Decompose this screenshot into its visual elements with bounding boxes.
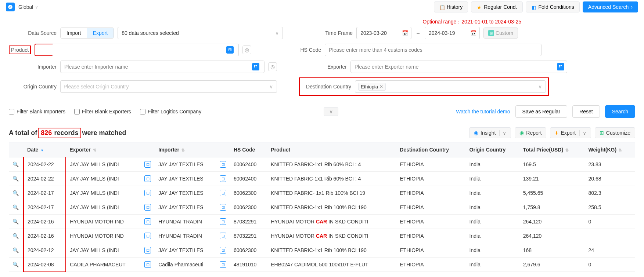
search-button[interactable]: Search [605, 105, 635, 118]
row-detail-icon[interactable]: 🔍 [12, 262, 19, 267]
product-text: EHB0247 CADIMOL 500 100x10T E-FLUT [271, 262, 368, 267]
origin-select[interactable]: Please select Origin Country ∨ [60, 80, 277, 93]
export-tab[interactable]: Export [87, 28, 114, 38]
history-button[interactable]: History [434, 1, 468, 12]
chevron-down-icon: ∨ [275, 30, 279, 36]
cell-date: 2024-02-16 [24, 229, 66, 243]
col-date[interactable]: Date [24, 142, 66, 157]
cell-exporter: HYUNDAI MOTOR IND⊡ [66, 215, 155, 229]
tag-close-icon[interactable]: ✕ [379, 84, 383, 89]
report-button[interactable]: Report [515, 127, 546, 138]
data-sources-select[interactable]: 80 data sources selected ∨ [118, 27, 283, 39]
dest-tag-label: Ethiopia [361, 84, 378, 90]
save-regular-button[interactable]: Save as Regular [515, 105, 568, 118]
cell-product: HYUNDAI MOTOR CAR IN SKD CONDITI [267, 229, 396, 243]
cell-dest: ETHIOPIA [396, 200, 465, 215]
company-icon[interactable]: ⊡ [220, 175, 226, 182]
cell-hscode: 87032291 [230, 215, 267, 229]
cell-dest: ETHIOPIA [396, 258, 465, 272]
search-form: Optional range：2021-01-01 to 2024-03-25 … [0, 14, 644, 103]
import-tab[interactable]: Import [61, 28, 87, 38]
advanced-search-button[interactable]: Advanced Search › [583, 1, 638, 12]
checkbox[interactable] [140, 109, 145, 114]
reset-button[interactable]: Reset [572, 105, 600, 118]
row-detail-icon[interactable]: 🔍 [12, 247, 19, 253]
regular-cond-button[interactable]: Regular Cond. [471, 1, 522, 12]
row-detail-icon[interactable]: 🔍 [12, 176, 19, 182]
custom-date-button[interactable]: ⊞Custom [483, 28, 518, 39]
tutorial-link[interactable]: Watch the tutorial demo [456, 109, 510, 114]
expand-button[interactable]: ∨ [324, 107, 338, 116]
exporter-label: Exporter [299, 64, 347, 70]
chevron-down-icon: ∨ [538, 84, 542, 90]
lens-icon[interactable]: ◎ [268, 62, 277, 71]
col-importer[interactable]: Importer [155, 142, 230, 157]
table-row: 🔍 2024-02-16 HYUNDAI MOTOR IND⊡ HYUNDAI … [9, 215, 635, 229]
company-icon[interactable]: ⊡ [220, 218, 226, 225]
checkbox[interactable] [9, 109, 14, 114]
company-icon[interactable]: ⊡ [144, 247, 151, 254]
lens-icon[interactable]: ◎ [242, 45, 251, 54]
form-row-2: Product ◎ HS Code [9, 44, 635, 56]
col-price[interactable]: Total Price(USD) [519, 142, 585, 157]
row-detail-icon[interactable]: 🔍 [12, 204, 19, 210]
chevron-down-icon[interactable]: ∨ [499, 130, 506, 136]
filter-blank-importers-check[interactable]: Filter Blank Importers [9, 109, 65, 114]
company-icon[interactable]: ⊡ [144, 161, 151, 168]
results-table-wrap: Date Exporter Importer HS Code Product D… [0, 142, 644, 277]
chevron-right-icon: › [631, 4, 633, 10]
cell-weight: 20.68 [584, 172, 635, 186]
product-input[interactable] [35, 44, 54, 56]
cell-origin: India [466, 243, 519, 258]
importer-input[interactable] [60, 61, 265, 73]
row-detail-icon[interactable]: 🔍 [12, 233, 19, 239]
export-icon [555, 130, 558, 136]
product-input-ext[interactable] [52, 44, 239, 56]
company-icon[interactable]: ⊡ [144, 190, 151, 196]
company-icon[interactable]: ⊡ [220, 190, 226, 196]
date-to-input[interactable]: 2024-03-19📅 [425, 27, 480, 39]
region-selector[interactable]: Global ∨ [18, 4, 38, 10]
customize-icon [600, 130, 604, 136]
company-icon[interactable]: ⊡ [220, 261, 226, 268]
check-label: Filter Logitics Company [148, 109, 201, 114]
company-icon[interactable]: ⊡ [144, 261, 151, 268]
translate-icon[interactable] [226, 46, 234, 54]
cell-price: 139.21 [519, 172, 585, 186]
exporter-input[interactable] [350, 61, 567, 73]
customize-button[interactable]: Customize [595, 127, 635, 138]
date-to-value: 2024-03-19 [429, 30, 455, 36]
col-exporter[interactable]: Exporter [66, 142, 155, 157]
row-detail-icon[interactable]: 🔍 [12, 161, 19, 167]
action-row: Filter Blank Importers Filter Blank Expo… [0, 103, 644, 124]
company-icon[interactable]: ⊡ [220, 161, 226, 168]
date-dash: – [415, 30, 421, 36]
cell-origin: India [466, 215, 519, 229]
export-button[interactable]: Export∨ [550, 127, 591, 138]
dest-select[interactable]: Ethiopia✕ ∨ [355, 80, 546, 93]
company-icon[interactable]: ⊡ [220, 233, 226, 239]
company-icon[interactable]: ⊡ [144, 218, 151, 225]
checkbox[interactable] [74, 109, 80, 114]
total-prefix: A total of [9, 129, 37, 137]
date-from-value: 2023-03-20 [360, 30, 387, 36]
col-weight[interactable]: Weight(KG) [584, 142, 635, 157]
company-icon[interactable]: ⊡ [220, 204, 226, 211]
company-icon[interactable]: ⊡ [144, 175, 151, 182]
company-icon[interactable]: ⊡ [220, 247, 226, 254]
origin-placeholder: Please select Origin Country [64, 84, 129, 90]
chevron-down-icon[interactable]: ∨ [579, 130, 586, 136]
filter-logistics-check[interactable]: Filter Logitics Company [140, 109, 201, 114]
translate-icon[interactable] [252, 63, 259, 70]
fold-conditions-button[interactable]: Fold Conditions [526, 1, 580, 12]
company-icon[interactable]: ⊡ [144, 204, 151, 211]
row-detail-icon[interactable]: 🔍 [12, 219, 19, 225]
hscode-input[interactable] [325, 44, 542, 56]
check-label: Filter Blank Importers [17, 109, 65, 114]
insight-button[interactable]: Insight∨ [469, 127, 511, 138]
filter-blank-exporters-check[interactable]: Filter Blank Exporters [74, 109, 131, 114]
company-icon[interactable]: ⊡ [144, 233, 151, 239]
translate-icon[interactable] [557, 63, 564, 70]
row-detail-icon[interactable]: 🔍 [12, 190, 19, 196]
date-from-input[interactable]: 2023-03-20📅 [356, 27, 411, 39]
